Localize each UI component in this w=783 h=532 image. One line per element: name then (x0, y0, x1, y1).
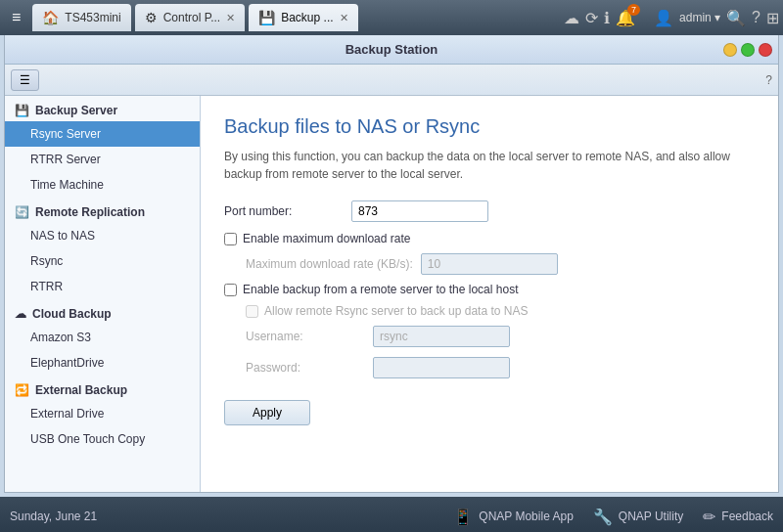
window-titlebar: Backup Station (5, 35, 778, 65)
sidebar-item-usb-one-touch[interactable]: USB One Touch Copy (5, 426, 200, 452)
sidebar-section-cloud-backup: ☁ Cloud Backup (5, 299, 200, 325)
toolbar-menu-button[interactable]: ☰ (11, 69, 39, 91)
main-description: By using this function, you can backup t… (224, 148, 755, 183)
cloud-icon[interactable]: ☁ (564, 9, 579, 27)
enable-backup-row: Enable backup from a remote server to th… (224, 283, 755, 296)
sidebar-item-rsync-server[interactable]: Rsync Server (5, 121, 200, 147)
max-download-rate-row: Maximum download rate (KB/s): (224, 253, 755, 275)
sidebar-item-amazon-s3[interactable]: Amazon S3 (5, 325, 200, 350)
sidebar-section-external-backup: 🔁 External Backup (5, 376, 200, 401)
backup-station-window: Backup Station ☰ ? 💾 Backup Server Rsync… (4, 35, 779, 493)
bottombar-utility[interactable]: 🔧 QNAP Utility (593, 508, 683, 526)
max-download-label: Maximum download rate (KB/s): (246, 257, 413, 271)
topbar: ≡ 🏠 TS453mini ⚙ Control P... ✕ 💾 Backup … (0, 0, 783, 35)
port-input[interactable] (351, 200, 488, 222)
bottombar-items: 📱 QNAP Mobile App 🔧 QNAP Utility ✏ Feedb… (453, 508, 773, 526)
allow-rsync-checkbox[interactable] (246, 305, 258, 318)
tab-ts453mini[interactable]: 🏠 TS453mini (32, 4, 130, 31)
port-label: Port number: (224, 204, 342, 218)
backup-server-icon: 💾 (15, 104, 29, 117)
window-toolbar: ☰ ? (5, 65, 778, 96)
feedback-icon: ✏ (703, 508, 715, 526)
sidebar-item-elephantdrive[interactable]: ElephantDrive (5, 350, 200, 376)
search-icon[interactable]: 🔍 (726, 9, 746, 27)
tab-close-backup[interactable]: ✕ (340, 12, 348, 24)
tab-backup[interactable]: 💾 Backup ... ✕ (249, 4, 357, 31)
info-icon[interactable]: ℹ (604, 9, 610, 27)
utility-icon: 🔧 (593, 508, 613, 526)
max-download-input[interactable] (421, 253, 558, 275)
window-controls (723, 43, 772, 57)
username-label: Username: (246, 330, 363, 343)
tab-close-control[interactable]: ✕ (226, 12, 235, 24)
allow-rsync-label: Allow remote Rsync server to back up dat… (264, 304, 528, 318)
admin-label[interactable]: admin ▾ (679, 11, 720, 24)
cloud-backup-icon: ☁ (15, 307, 26, 321)
window-title: Backup Station (345, 42, 438, 57)
sidebar-item-time-machine[interactable]: Time Machine (5, 172, 200, 198)
window-body: 💾 Backup Server Rsync Server RTRR Server… (5, 96, 778, 492)
enable-max-download-checkbox[interactable] (224, 233, 237, 245)
refresh-icon[interactable]: ⟳ (585, 9, 598, 27)
sidebar-section-remote-replication: 🔄 Remote Replication (5, 198, 200, 223)
enable-max-download-row: Enable maximum download rate (224, 232, 755, 245)
datetime-label: Sunday, June 21 (10, 510, 97, 523)
minimize-button[interactable] (723, 43, 737, 57)
external-backup-icon: 🔁 (15, 383, 29, 397)
sidebar-section-backup-server: 💾 Backup Server (5, 96, 200, 121)
notification-icon[interactable]: 🔔7 (616, 9, 648, 27)
enable-backup-label: Enable backup from a remote server to th… (243, 283, 518, 296)
backup-icon: 💾 (258, 10, 275, 25)
main-title: Backup files to NAS or Rsync (224, 115, 755, 138)
password-input[interactable] (373, 357, 510, 378)
mobile-icon: 📱 (453, 508, 473, 526)
enable-max-download-label: Enable maximum download rate (243, 232, 410, 245)
help-icon[interactable]: ? (752, 9, 760, 26)
sidebar-item-rsync[interactable]: Rsync (5, 248, 200, 274)
toolbar-menu-icon: ☰ (20, 73, 30, 87)
sidebar-item-rtrr-server[interactable]: RTRR Server (5, 147, 200, 172)
enable-backup-checkbox[interactable] (224, 284, 237, 296)
remote-replication-icon: 🔄 (15, 205, 29, 219)
sidebar-item-external-drive[interactable]: External Drive (5, 401, 200, 426)
username-input[interactable] (373, 326, 510, 347)
sidebar: 💾 Backup Server Rsync Server RTRR Server… (5, 96, 201, 492)
main-content: Backup files to NAS or Rsync By using th… (201, 96, 778, 492)
grid-icon[interactable]: ⊞ (766, 9, 779, 27)
allow-rsync-row: Allow remote Rsync server to back up dat… (224, 304, 755, 318)
control-icon: ⚙ (145, 10, 158, 25)
help-question-button[interactable]: ? (765, 73, 772, 87)
bottombar: Sunday, June 21 📱 QNAP Mobile App 🔧 QNAP… (0, 497, 783, 532)
home-icon: 🏠 (42, 10, 59, 25)
maximize-button[interactable] (741, 43, 755, 57)
menu-button[interactable]: ≡ (4, 7, 28, 28)
user-icon[interactable]: 👤 (654, 9, 673, 27)
password-label: Password: (246, 361, 363, 375)
tab-control-panel[interactable]: ⚙ Control P... ✕ (135, 4, 245, 31)
topbar-right: ☁ ⟳ ℹ 🔔7 👤 admin ▾ 🔍 ? ⊞ (564, 9, 779, 27)
bottombar-feedback[interactable]: ✏ Feedback (703, 508, 773, 526)
sidebar-item-rtrr[interactable]: RTRR (5, 274, 200, 299)
close-button[interactable] (759, 43, 772, 57)
apply-button[interactable]: Apply (224, 400, 310, 425)
port-row: Port number: (224, 200, 755, 222)
sidebar-item-nas-to-nas[interactable]: NAS to NAS (5, 223, 200, 248)
bottombar-mobile-app[interactable]: 📱 QNAP Mobile App (453, 508, 574, 526)
username-row: Username: (224, 326, 755, 347)
password-row: Password: (224, 357, 755, 378)
